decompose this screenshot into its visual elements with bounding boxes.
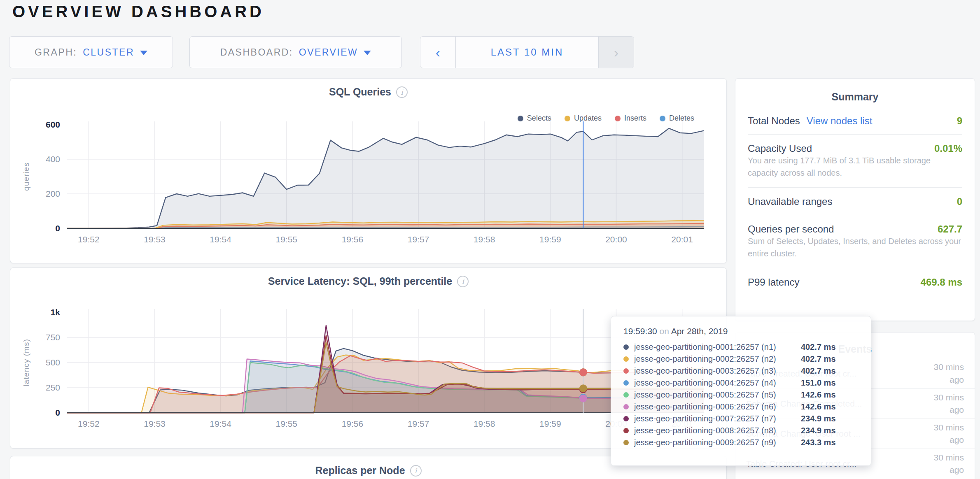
graph-dropdown-value: CLUSTER: [83, 47, 134, 58]
series-dot-icon: [623, 416, 629, 421]
replicas-per-node-title: Replicas per Node: [315, 465, 405, 477]
tooltip-node-name: jesse-geo-partitioning-0005:26257 (n5): [634, 390, 776, 400]
tooltip-node-value: 402.7 ms: [801, 354, 859, 364]
chart-hover-tooltip: 19:59:30 on Apr 28th, 2019 jesse-geo-par…: [611, 316, 871, 466]
tooltip-node-value: 243.3 ms: [801, 438, 859, 447]
capacity-used-value: 0.01%: [934, 143, 962, 154]
tooltip-node-value: 142.6 ms: [801, 390, 859, 400]
time-range-label[interactable]: LAST 10 MIN: [456, 37, 598, 68]
svg-text:19:59: 19:59: [539, 235, 561, 244]
qps-desc: Sum of Selects, Updates, Inserts, and De…: [748, 235, 962, 268]
dashboard-dropdown-value: OVERVIEW: [299, 47, 358, 58]
chevron-down-icon: [364, 51, 371, 55]
svg-text:queries: queries: [22, 162, 30, 191]
svg-text:19:59: 19:59: [539, 419, 561, 428]
dashboard-dropdown-label: DASHBOARD:: [220, 47, 293, 58]
svg-text:500: 500: [46, 358, 60, 367]
time-range-picker: ‹ LAST 10 MIN ›: [420, 36, 634, 68]
time-range-prev-button[interactable]: ‹: [420, 37, 456, 68]
event-time: 30 mins ago: [920, 421, 964, 446]
tooltip-node-row: jesse-geo-partitioning-0007:26257 (n7)23…: [623, 413, 859, 425]
svg-text:19:58: 19:58: [474, 235, 495, 244]
event-time: 30 mins ago: [920, 391, 964, 416]
series-dot-icon: [623, 428, 629, 433]
event-time: 30 mins ago: [920, 361, 964, 386]
summary-row-unavailable: Unavailable ranges 0: [748, 188, 962, 215]
graph-dropdown[interactable]: GRAPH: CLUSTER: [9, 36, 173, 68]
unavailable-ranges-label: Unavailable ranges: [748, 196, 832, 207]
tooltip-node-row: jesse-geo-partitioning-0009:26257 (n9)24…: [623, 437, 859, 449]
unavailable-ranges-value: 0: [957, 196, 962, 207]
tooltip-node-value: 234.9 ms: [801, 414, 859, 423]
series-dot-icon: [623, 380, 629, 386]
svg-text:19:57: 19:57: [408, 419, 429, 428]
capacity-used-desc: You are using 177.7 MiB of 3.1 TiB usabl…: [748, 154, 962, 188]
svg-text:1k: 1k: [51, 307, 61, 317]
tooltip-node-row: jesse-geo-partitioning-0008:26257 (n8)23…: [623, 425, 859, 437]
summary-panel: Summary Total Nodes View nodes list 9 Ca…: [735, 78, 975, 321]
p99-latency-label: P99 latency: [748, 277, 799, 288]
total-nodes-label: Total Nodes: [748, 115, 800, 127]
svg-text:0: 0: [55, 223, 60, 233]
series-dot-icon: [623, 392, 629, 398]
svg-text:19:53: 19:53: [144, 235, 166, 244]
chevron-down-icon: [140, 51, 147, 55]
sql-queries-chart[interactable]: 19:5219:5319:5419:5519:5619:5719:5819:59…: [10, 79, 727, 264]
tooltip-node-value: 402.7 ms: [801, 366, 859, 376]
tooltip-rows: jesse-geo-partitioning-0001:26257 (n1)40…: [623, 341, 859, 449]
svg-text:400: 400: [46, 154, 60, 164]
svg-text:19:53: 19:53: [144, 419, 166, 428]
series-dot-icon: [623, 344, 629, 350]
series-dot-icon: [623, 404, 629, 409]
sql-queries-panel: SQL Queries i SelectsUpdatesInsertsDelet…: [10, 78, 727, 263]
tooltip-node-value: 402.7 ms: [801, 342, 859, 352]
page-title: OVERVIEW DASHBOARD: [12, 2, 264, 21]
svg-text:250: 250: [46, 383, 60, 392]
tooltip-date: Apr 28th, 2019: [671, 326, 728, 336]
svg-text:19:55: 19:55: [276, 419, 298, 428]
summary-title: Summary: [735, 79, 975, 103]
svg-text:19:52: 19:52: [78, 419, 100, 428]
p99-latency-value: 469.8 ms: [921, 277, 962, 288]
tooltip-node-row: jesse-geo-partitioning-0006:26257 (n6)14…: [623, 401, 859, 413]
svg-text:750: 750: [46, 333, 60, 342]
series-dot-icon: [623, 440, 629, 445]
summary-row-total-nodes: Total Nodes View nodes list 9: [748, 107, 962, 135]
qps-value: 627.7: [938, 223, 962, 235]
svg-text:20:01: 20:01: [671, 235, 693, 244]
svg-text:600: 600: [46, 120, 60, 129]
svg-text:0: 0: [55, 408, 60, 417]
tooltip-node-value: 151.0 ms: [801, 378, 859, 388]
svg-text:19:52: 19:52: [78, 235, 100, 244]
tooltip-timestamp: 19:59:30 on Apr 28th, 2019: [623, 326, 859, 336]
tooltip-node-name: jesse-geo-partitioning-0007:26257 (n7): [634, 414, 776, 423]
dashboard-dropdown[interactable]: DASHBOARD: OVERVIEW: [189, 36, 402, 68]
series-dot-icon: [623, 368, 629, 374]
tooltip-time: 19:59:30: [623, 326, 657, 336]
event-time: 30 mins ago: [920, 451, 964, 477]
tooltip-node-name: jesse-geo-partitioning-0002:26257 (n2): [634, 354, 776, 364]
tooltip-node-row: jesse-geo-partitioning-0003:26257 (n3)40…: [623, 365, 859, 377]
svg-text:19:57: 19:57: [408, 235, 429, 244]
tooltip-node-name: jesse-geo-partitioning-0008:26257 (n8): [634, 426, 776, 435]
tooltip-node-row: jesse-geo-partitioning-0001:26257 (n1)40…: [623, 341, 859, 353]
tooltip-node-name: jesse-geo-partitioning-0003:26257 (n3): [634, 366, 776, 376]
svg-text:19:54: 19:54: [210, 235, 231, 244]
chevron-right-icon: ›: [614, 44, 618, 60]
tooltip-node-name: jesse-geo-partitioning-0006:26257 (n6): [634, 402, 776, 412]
time-range-next-button[interactable]: ›: [598, 37, 634, 68]
info-icon[interactable]: i: [410, 465, 422, 477]
tooltip-on: on: [660, 326, 669, 336]
svg-text:19:58: 19:58: [474, 419, 495, 428]
svg-text:19:56: 19:56: [342, 419, 364, 428]
svg-text:19:55: 19:55: [276, 235, 298, 244]
svg-text:20:00: 20:00: [605, 235, 627, 244]
tooltip-node-row: jesse-geo-partitioning-0005:26257 (n5)14…: [623, 389, 859, 401]
view-nodes-list-link[interactable]: View nodes list: [807, 115, 873, 127]
series-dot-icon: [623, 356, 629, 362]
tooltip-node-row: jesse-geo-partitioning-0004:26257 (n4)15…: [623, 377, 859, 389]
svg-text:19:56: 19:56: [342, 235, 364, 244]
tooltip-node-name: jesse-geo-partitioning-0004:26257 (n4): [634, 378, 776, 388]
tooltip-node-row: jesse-geo-partitioning-0002:26257 (n2)40…: [623, 353, 859, 365]
svg-text:latency (ms): latency (ms): [22, 339, 30, 386]
